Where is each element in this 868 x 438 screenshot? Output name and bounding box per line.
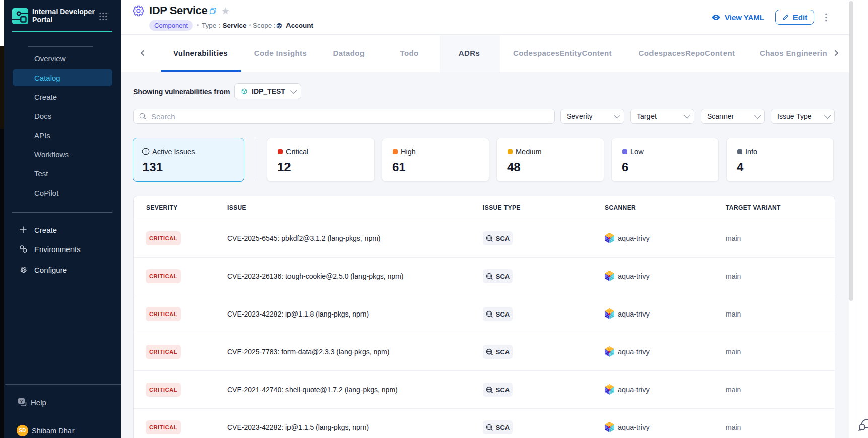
svg-text:?: ?	[20, 399, 23, 404]
